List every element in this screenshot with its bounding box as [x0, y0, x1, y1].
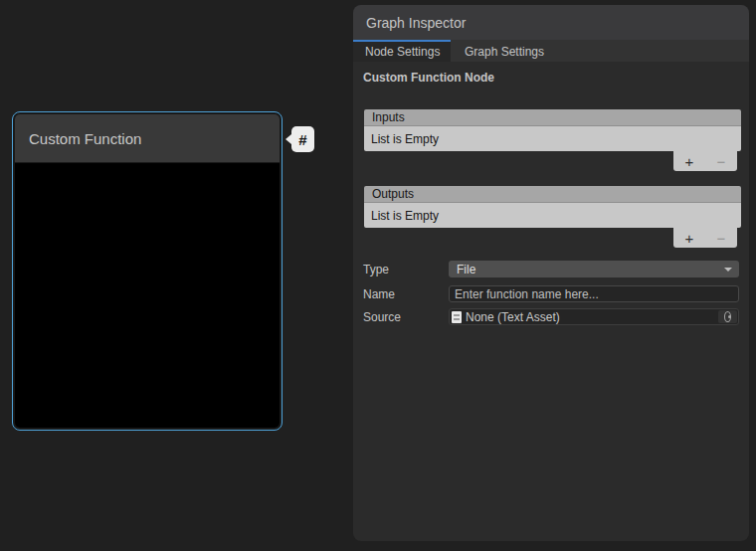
inputs-list: Inputs List is Empty + − [364, 109, 741, 171]
outputs-list-empty-row: List is Empty [364, 202, 741, 228]
section-title: Custom Function Node [363, 71, 494, 85]
source-field-row: Source None (Text Asset) [363, 308, 739, 325]
hash-icon: # [298, 131, 306, 148]
outputs-list-empty-label: List is Empty [371, 209, 439, 223]
name-field-row: Name [363, 285, 739, 302]
tab-bar: Node Settings Graph Settings [353, 40, 749, 62]
inputs-list-header: Inputs [364, 109, 741, 125]
inputs-list-empty-row: List is Empty [364, 125, 741, 151]
outputs-list-header: Outputs [364, 186, 741, 202]
inputs-list-header-label: Inputs [372, 110, 405, 124]
node-header: Custom Function [15, 114, 280, 162]
graph-inspector-panel: Graph Inspector Node Settings Graph Sett… [353, 5, 749, 541]
inputs-add-button[interactable]: + [679, 154, 700, 169]
tab-node-settings-label: Node Settings [365, 45, 440, 59]
type-field-label: Type [363, 263, 449, 276]
tab-node-settings[interactable]: Node Settings [353, 40, 451, 62]
source-object-value: None (Text Asset) [466, 310, 560, 324]
source-field-label: Source [363, 310, 449, 324]
type-dropdown-value: File [457, 263, 475, 276]
outputs-list-footer: + − [673, 228, 737, 248]
outputs-list: Outputs List is Empty + − [364, 186, 741, 248]
inputs-list-footer: + − [673, 151, 737, 171]
type-field-row: Type File [363, 261, 739, 277]
hash-badge[interactable]: # [291, 126, 314, 152]
node-title: Custom Function [29, 130, 141, 147]
node-preview [15, 163, 280, 428]
inputs-list-empty-label: List is Empty [371, 132, 439, 146]
tab-graph-settings[interactable]: Graph Settings [451, 40, 558, 62]
inputs-remove-button[interactable]: − [711, 154, 732, 169]
type-dropdown[interactable]: File [449, 261, 739, 277]
outputs-list-header-label: Outputs [372, 187, 414, 201]
custom-function-node[interactable]: Custom Function [12, 111, 283, 431]
panel-title: Graph Inspector [366, 15, 466, 31]
object-picker-icon [724, 311, 731, 322]
function-name-input[interactable] [449, 285, 739, 302]
outputs-remove-button[interactable]: − [711, 231, 732, 246]
chevron-down-icon [724, 268, 732, 272]
object-picker-button[interactable] [718, 310, 737, 323]
tab-graph-settings-label: Graph Settings [465, 45, 544, 59]
text-asset-icon [452, 311, 462, 323]
outputs-add-button[interactable]: + [679, 231, 700, 246]
name-field-label: Name [363, 287, 449, 301]
graph-canvas[interactable]: { "colors": { "accent_blue": "#3C7DC9", … [0, 0, 756, 551]
source-object-field[interactable]: None (Text Asset) [449, 308, 739, 325]
panel-header[interactable]: Graph Inspector [353, 5, 749, 40]
